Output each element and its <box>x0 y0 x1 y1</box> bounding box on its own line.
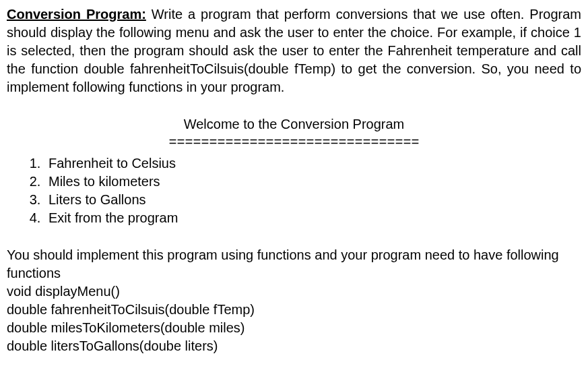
function-signature: double fahrenheitToCilsuis(double fTemp) <box>7 301 581 319</box>
menu-title: Welcome to the Conversion Program <box>7 115 581 133</box>
intro-paragraph: Conversion Program: Write a program that… <box>7 5 581 96</box>
list-item: Miles to kilometers <box>44 173 581 191</box>
list-item: Exit from the program <box>44 209 581 227</box>
function-signature: void displayMenu() <box>7 282 581 301</box>
function-signature: double milesToKilometers(double miles) <box>7 319 581 337</box>
menu-block: Welcome to the Conversion Program ======… <box>7 115 581 227</box>
requirements-lead: You should implement this program using … <box>7 246 581 282</box>
function-signature: double litersToGallons(doube liters) <box>7 337 581 355</box>
menu-separator: =============================== <box>7 133 581 152</box>
list-item: Fahrenheit to Celsius <box>44 154 581 173</box>
heading-label: Conversion Program: <box>7 7 146 22</box>
menu-list: Fahrenheit to Celsius Miles to kilometer… <box>7 154 581 227</box>
list-item: Liters to Gallons <box>44 191 581 209</box>
requirements-block: You should implement this program using … <box>7 246 581 355</box>
